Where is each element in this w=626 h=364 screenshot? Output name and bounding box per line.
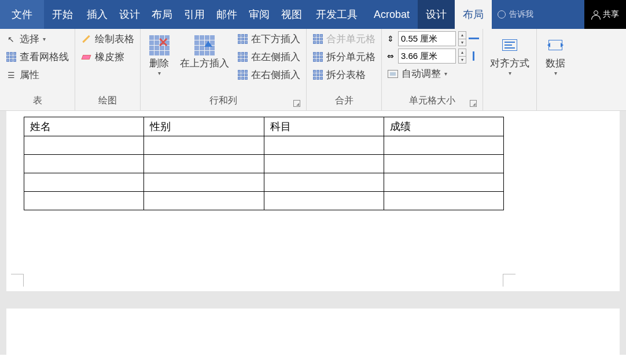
group-label-rows-cols: 行和列 <box>144 95 303 108</box>
alignment-dropdown[interactable]: 对齐方式 ▾ <box>487 31 533 79</box>
page-2[interactable] <box>6 309 620 355</box>
tab-table-layout[interactable]: 布局 <box>455 0 492 29</box>
data-dropdown[interactable]: 数据 ▾ <box>540 31 570 79</box>
merge-icon <box>312 34 323 44</box>
delete-dropdown[interactable]: ✕ 删除 ▾ <box>144 31 174 79</box>
ribbon-group-alignment: 对齐方式 ▾ <box>483 29 537 110</box>
table-cell[interactable] <box>24 136 144 155</box>
split-table-button[interactable]: 拆分表格 <box>310 67 378 83</box>
select-dropdown[interactable]: ↖ 选择 ▾ <box>3 31 71 47</box>
cell-size-dialog-launcher[interactable] <box>470 100 477 107</box>
ribbon-group-data: 数据 ▾ <box>537 29 574 110</box>
table-cell[interactable] <box>24 173 144 192</box>
table-header-cell[interactable]: 姓名 <box>24 117 144 136</box>
tab-review[interactable]: 审阅 <box>243 0 275 29</box>
autofit-dropdown[interactable]: 自动调整 ▾ <box>385 66 479 81</box>
pencil-icon <box>81 34 91 44</box>
rows-cols-dialog-launcher[interactable] <box>293 100 300 107</box>
eraser-button[interactable]: 橡皮擦 <box>79 49 137 65</box>
col-width-icon: ⇔ <box>385 51 396 61</box>
table-cell[interactable] <box>384 155 503 173</box>
col-width-spinner[interactable]: ▴▾ <box>458 49 466 64</box>
distribute-rows-button[interactable] <box>469 34 479 44</box>
row-height-icon: ⇕ <box>385 34 396 44</box>
delete-icon: ✕ <box>148 34 171 57</box>
table-header-cell[interactable]: 科目 <box>264 117 384 136</box>
split-cells-button[interactable]: 拆分单元格 <box>310 49 378 65</box>
eraser-icon <box>81 52 91 62</box>
table-cell[interactable] <box>264 155 384 173</box>
table-cell[interactable] <box>144 136 264 155</box>
tab-view[interactable]: 视图 <box>275 0 308 29</box>
insert-right-button[interactable]: 在右侧插入 <box>235 67 303 83</box>
ribbon-group-table: ↖ 选择 ▾ 查看网格线 ☰ 属性 表 <box>0 29 75 110</box>
table-row[interactable] <box>24 192 504 210</box>
document-area: 姓名 性别 科目 成绩 <box>0 111 626 355</box>
draw-table-button[interactable]: 绘制表格 <box>79 31 137 47</box>
group-label-cell-size: 单元格大小 <box>385 95 479 108</box>
group-label-merge: 合并 <box>310 95 378 108</box>
table-cell[interactable] <box>144 192 264 210</box>
tab-table-design[interactable]: 设计 <box>418 0 455 29</box>
tab-references[interactable]: 引用 <box>178 0 211 29</box>
properties-button[interactable]: ☰ 属性 <box>3 67 71 83</box>
insert-left-button[interactable]: 在左侧插入 <box>235 49 303 65</box>
table-cell[interactable] <box>384 173 503 192</box>
table-header-cell[interactable]: 性别 <box>144 117 264 136</box>
table-row[interactable] <box>24 155 504 173</box>
tab-acrobat[interactable]: Acrobat <box>366 0 418 29</box>
ribbon: ↖ 选择 ▾ 查看网格线 ☰ 属性 表 绘制表格 <box>0 29 626 111</box>
data-icon <box>544 34 567 57</box>
group-label-table: 表 <box>3 95 71 108</box>
titlebar: 文件 开始 插入 设计 布局 引用 邮件 审阅 视图 开发工具 Acrobat … <box>0 0 626 29</box>
row-height-input[interactable] <box>398 31 456 46</box>
table-row[interactable]: 姓名 性别 科目 成绩 <box>24 117 504 136</box>
table-cell[interactable] <box>264 173 384 192</box>
lightbulb-icon <box>498 10 506 18</box>
insert-below-button[interactable]: 在下方插入 <box>235 31 303 47</box>
split-cells-icon <box>312 52 323 62</box>
properties-icon: ☰ <box>6 70 16 80</box>
tab-home[interactable]: 开始 <box>44 0 81 29</box>
row-height-spinner[interactable]: ▴▾ <box>458 31 466 46</box>
table-cell[interactable] <box>384 192 503 210</box>
gridlines-icon <box>6 52 16 62</box>
table-cell[interactable] <box>144 155 264 173</box>
insert-left-icon <box>237 52 248 62</box>
distribute-cols-button[interactable] <box>469 51 479 61</box>
table-cell[interactable] <box>144 173 264 192</box>
col-width-input[interactable] <box>398 49 456 64</box>
tab-design[interactable]: 设计 <box>113 0 146 29</box>
merge-cells-button: 合并单元格 <box>310 31 378 47</box>
page-gap <box>6 291 620 309</box>
tab-file[interactable]: 文件 <box>0 0 44 29</box>
ribbon-group-rows-cols: ✕ 删除 ▾ 在上方插入 在下方插入 在左侧插入 <box>141 29 307 110</box>
ribbon-group-cell-size: ⇕ ▴▾ ⇔ ▴▾ 自动调整 <box>382 29 483 110</box>
group-label-alignment <box>487 107 533 108</box>
table-row[interactable] <box>24 173 504 192</box>
insert-right-icon <box>237 70 248 80</box>
tab-mailings[interactable]: 邮件 <box>211 0 243 29</box>
alignment-icon <box>498 34 521 57</box>
tell-me-search[interactable]: 告诉我 <box>492 0 539 29</box>
tab-developer[interactable]: 开发工具 <box>308 0 366 29</box>
table-row[interactable] <box>24 136 504 155</box>
table-cell[interactable] <box>264 192 384 210</box>
tab-insert[interactable]: 插入 <box>81 0 113 29</box>
group-label-data <box>540 107 570 108</box>
insert-above-icon <box>193 34 216 57</box>
ribbon-group-draw: 绘制表格 橡皮擦 绘图 <box>75 29 141 110</box>
insert-below-icon <box>237 34 248 44</box>
page-1[interactable]: 姓名 性别 科目 成绩 <box>6 111 620 291</box>
table-cell[interactable] <box>24 192 144 210</box>
table-header-cell[interactable]: 成绩 <box>384 117 503 136</box>
page-corner-br <box>503 274 515 287</box>
tab-layout[interactable]: 布局 <box>146 0 178 29</box>
table-cell[interactable] <box>384 136 503 155</box>
table-cell[interactable] <box>264 136 384 155</box>
table-cell[interactable] <box>24 155 144 173</box>
share-button[interactable]: 共享 <box>584 0 626 29</box>
insert-above-button[interactable]: 在上方插入 <box>176 31 233 72</box>
view-gridlines-button[interactable]: 查看网格线 <box>3 49 71 65</box>
document-table[interactable]: 姓名 性别 科目 成绩 <box>24 117 504 210</box>
